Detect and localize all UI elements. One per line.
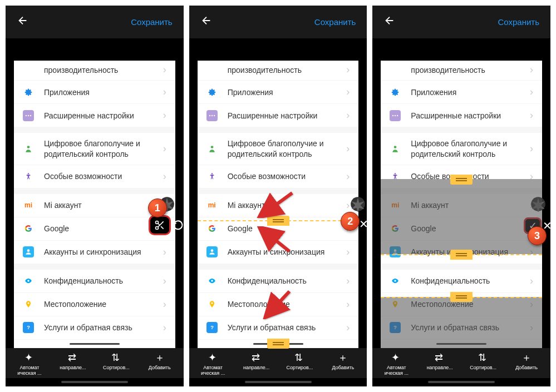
back-icon[interactable] [383,14,396,29]
drag-handle-bottom[interactable] [267,339,289,349]
tool-sort[interactable]: ⇅Сортиров... [461,353,505,376]
tool-auto[interactable]: ✦Автомат ическая ... [8,353,51,376]
svg-point-5 [28,173,29,174]
svg-point-24 [211,302,213,304]
screenshot-preview: производительность› Приложения› Расширен… [198,61,359,348]
svg-point-3 [30,115,31,116]
row-privacy: Конфиденциальность› [14,270,175,293]
svg-line-31 [267,291,289,315]
tool-sort[interactable]: ⇅Сортиров... [278,353,322,376]
back-icon[interactable] [17,14,29,29]
svg-line-15 [158,224,159,225]
svg-point-1 [26,115,27,116]
save-button[interactable]: Сохранить [314,17,356,27]
editor-header: Сохранить [6,6,184,38]
back-icon[interactable] [200,14,213,29]
crop-selection-bottom [381,297,542,348]
tool-auto[interactable]: ✦Автомат ическая ... [191,353,235,376]
screenshot-preview: производительность› Приложения› Расширен… [381,61,542,348]
row-advanced: Расширенные настройки› [381,104,542,127]
drag-handle-3[interactable] [450,292,473,302]
row-wellbeing: Цифровое благополучие и родительский кон… [198,133,359,165]
row-feedback: ?Услуги и обратная связь› [14,316,175,340]
aperture-icon[interactable] [350,196,366,212]
tool-add[interactable]: ＋Добавить [505,353,548,376]
row-privacy: Конфиденциальность› [381,270,542,293]
drag-handle-2[interactable] [450,250,473,260]
screenshot-preview: производительность› Приложения› Расширен… [14,61,175,348]
row-performance: производительность [23,65,163,75]
svg-point-18 [211,115,213,116]
svg-point-22 [210,250,213,252]
bottom-toolbar: ✦Автомат ическая ... ⇄направле... ⇅Сорти… [189,348,367,378]
cancel-icon[interactable]: ✕ [359,217,367,231]
undo-icon[interactable] [171,215,184,235]
callout-3: 3 [528,226,547,245]
drag-handle-1[interactable] [450,175,473,185]
svg-point-38 [395,173,396,174]
svg-point-12 [155,227,158,230]
row-accounts-sync: Аккаунты и синхронизация› [14,241,175,264]
svg-text:?: ? [27,325,30,330]
content-area: производительность› Приложения› Расширен… [6,38,184,348]
save-button[interactable]: Сохранить [131,17,173,27]
row-advanced: Расширенные настройки› [198,104,359,127]
row-performance: производительность [206,65,347,75]
tool-add[interactable]: ＋Добавить [138,353,181,376]
save-button[interactable]: Сохранить [498,17,539,27]
tool-auto[interactable]: ✦Автомат ическая ... [375,353,418,376]
svg-point-2 [28,115,29,116]
svg-point-7 [27,280,29,282]
tool-direction[interactable]: ⇄направле... [235,353,278,376]
svg-point-40 [395,280,397,282]
phone-2: Сохранить производительность› Приложения… [189,6,367,386]
svg-point-34 [392,115,393,116]
row-apps: Приложения› [381,81,542,104]
editor-header: Сохранить [189,6,367,38]
svg-line-27 [262,193,292,215]
row-accessibility: Особые возможности› [14,165,175,188]
svg-point-20 [210,146,213,148]
svg-point-37 [394,146,397,148]
svg-point-19 [214,115,215,116]
svg-point-8 [28,302,29,304]
crop-selection-top [381,179,542,254]
row-location: Местоположение› [14,293,175,316]
svg-line-14 [161,226,164,229]
svg-point-4 [27,146,30,148]
svg-line-29 [262,229,289,251]
row-wellbeing: Цифровое благополучие и родительский кон… [381,133,542,165]
svg-text:?: ? [210,325,214,330]
editor-header: Сохранить [372,6,550,38]
row-performance: производительность [390,65,530,75]
svg-point-23 [211,280,213,282]
content-area: производительность› Приложения› Расширен… [189,38,367,348]
row-apps: Приложения› [14,81,175,104]
svg-point-17 [209,115,210,116]
row-wellbeing: Цифровое благополучие и родительский кон… [14,133,175,165]
row-accessibility: Особые возможности› [198,165,359,188]
row-advanced: Расширенные настройки› [14,104,175,127]
tool-direction[interactable]: ⇄направле... [418,353,461,376]
bottom-toolbar: ✦Автомат ическая ... ⇄направле... ⇅Сорти… [372,348,550,378]
phone-3: Сохранить производительность› Приложения… [372,6,550,386]
chevron-icon: › [163,64,166,76]
content-area: производительность› Приложения› Расширен… [372,38,550,348]
svg-point-21 [211,173,213,174]
tool-sort[interactable]: ⇅Сортиров... [95,353,138,376]
callout-1: 1 [148,199,167,217]
svg-point-11 [155,221,158,224]
bottom-toolbar: ✦Автомат ическая ... ⇄направле... ⇅Сорти… [6,348,184,378]
svg-point-6 [27,250,30,252]
row-apps: Приложения› [198,81,359,104]
svg-point-36 [397,115,398,116]
tool-add[interactable]: ＋Добавить [321,353,365,376]
crop-button[interactable] [149,215,171,235]
svg-point-35 [395,115,396,116]
tool-direction[interactable]: ⇄направле... [51,353,95,376]
phone-1: Сохранить производительность› Приложения… [6,6,184,386]
